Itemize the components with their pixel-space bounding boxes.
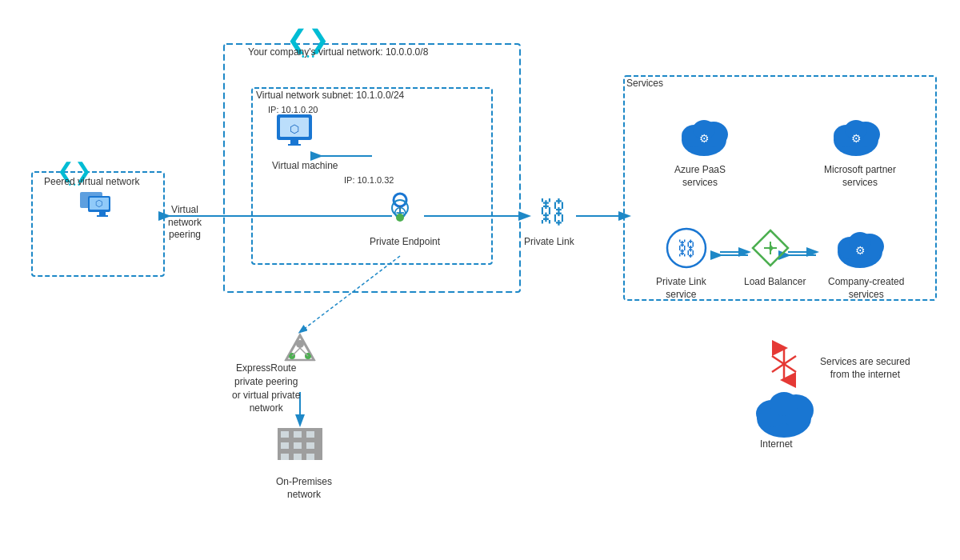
subnet-label: Virtual network subnet: 10.1.0.0/24 [256,90,404,102]
svg-text:⚙: ⚙ [851,132,862,145]
svg-rect-29 [290,140,298,144]
private-link-service-label: Private Linkservice [656,276,706,301]
svg-rect-0 [224,44,520,292]
svg-rect-55 [306,454,314,460]
svg-rect-53 [281,454,289,460]
azure-paas-icon: ⚙ [682,120,728,156]
svg-rect-48 [294,431,302,438]
svg-rect-49 [306,431,314,438]
vm-icon: ⬡ [277,114,312,146]
azure-paas-label: Azure PaaSservices [674,164,726,189]
load-balancer-label: Load Balancer [744,276,806,289]
vnet-peering-label: Virtualnetworkpeering [168,204,202,242]
svg-text:⚙: ⚙ [855,244,866,257]
ms-partner-label: Microsoft partnerservices [824,164,896,189]
expressroute-icon [286,334,314,360]
load-balancer-icon: ✦ [753,230,788,266]
on-premises-icon [278,428,322,460]
svg-text:⬡: ⬡ [95,198,103,208]
svg-rect-23 [99,212,106,215]
ms-partner-icon: ⚙ [834,120,880,156]
svg-rect-30 [288,144,301,146]
ip-endpoint-label: IP: 10.1.0.32 [344,174,394,186]
svg-point-40 [296,340,304,348]
private-link-icon: ⛓ [538,195,566,228]
internet-icon [756,392,814,438]
secured-label: Services are securedfrom the internet [820,356,910,381]
svg-text:⛓: ⛓ [538,195,566,228]
svg-rect-54 [294,454,302,460]
private-endpoint-label: Private Endpoint [370,236,440,249]
private-link-label: Private Link [524,236,574,249]
svg-rect-51 [294,442,302,449]
svg-point-80 [770,392,798,416]
svg-line-8 [300,256,400,332]
svg-text:⬡: ⬡ [290,122,299,135]
svg-rect-50 [281,442,289,449]
ip-vm-label: IP: 10.1.0.20 [268,104,318,115]
company-services-icon: ⚙ [838,232,884,268]
company-services-label: Company-createdservices [828,276,904,301]
svg-text:⚙: ⚙ [699,132,710,145]
expressroute-label: ExpressRouteprivate peeringor virtual pr… [232,362,300,415]
private-link-service-icon: ⛓ [667,229,706,267]
peered-vnet-label: Peered virtual network [44,176,139,189]
svg-text:⛓: ⛓ [677,238,696,259]
svg-rect-52 [306,442,314,449]
internet-label: Internet [760,438,793,451]
svg-rect-47 [281,431,289,438]
services-label: Services [626,78,663,90]
svg-rect-24 [97,215,108,217]
company-vnet-label: Your company's virtual network: 10.0.0.0… [248,46,428,59]
peered-vnet-computers: ⬡ [80,192,110,217]
private-endpoint-icon: ⊕ [392,194,408,222]
svg-point-37 [396,214,404,222]
architecture-diagram: ❮❯ • • • ❮❯ • • • ⬡ ⬡ [0,0,960,560]
diagram-container: ❮❯ • • • ❮❯ • • • ⬡ ⬡ [0,0,960,560]
vm-label: Virtual machine [272,160,338,173]
on-premises-label: On-Premisesnetwork [276,476,332,501]
